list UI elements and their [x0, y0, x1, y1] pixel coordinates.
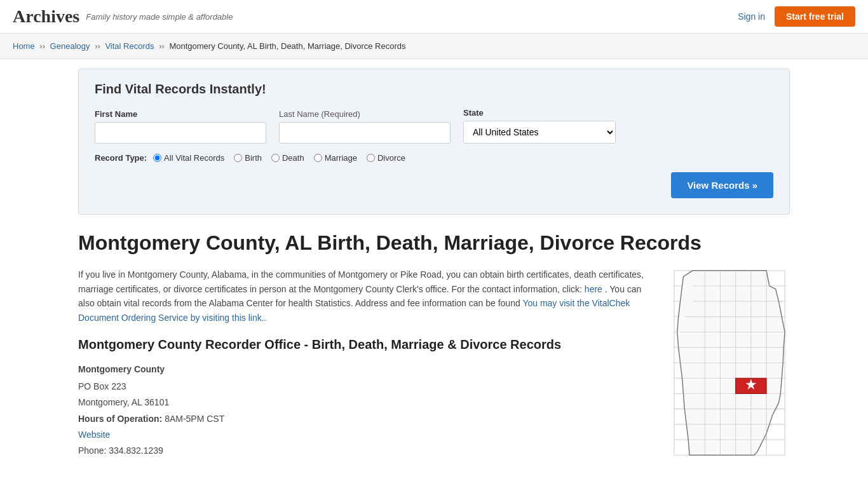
site-header: Archives Family history made simple & af…: [0, 0, 868, 34]
radio-divorce[interactable]: [367, 154, 375, 162]
record-type-birth[interactable]: Birth: [234, 153, 262, 163]
first-name-group: First Name: [95, 109, 266, 144]
header-left: Archives Family history made simple & af…: [13, 6, 233, 27]
main-content: Find Vital Records Instantly! First Name…: [65, 59, 803, 470]
breadcrumb-separator-3: ››: [159, 41, 165, 51]
site-logo: Archives: [13, 6, 79, 27]
site-tagline: Family history made simple & affordable: [86, 12, 233, 22]
breadcrumb-vital-records[interactable]: Vital Records: [105, 41, 154, 51]
address-block: Montgomery County PO Box 223 Montgomery,…: [78, 362, 650, 459]
last-name-input[interactable]: [279, 122, 451, 144]
record-type-row: Record Type: All Vital Records Birth Dea…: [95, 153, 773, 163]
breadcrumb-separator-2: ››: [95, 41, 100, 51]
radio-marriage[interactable]: [314, 154, 322, 162]
last-name-label: Last Name (Required): [279, 109, 451, 119]
state-select[interactable]: All United States Alabama Alaska Arizona…: [463, 121, 616, 144]
view-records-button[interactable]: View Records »: [671, 172, 773, 198]
section-title: Montgomery County Recorder Office - Birt…: [78, 337, 650, 352]
search-box: Find Vital Records Instantly! First Name…: [78, 69, 790, 215]
content-text: If you live in Montgomery County, Alabam…: [78, 268, 650, 460]
breadcrumb-genealogy[interactable]: Genealogy: [50, 41, 90, 51]
record-type-divorce[interactable]: Divorce: [367, 153, 405, 163]
state-group: State All United States Alabama Alaska A…: [463, 108, 616, 144]
record-type-label: Record Type:: [95, 153, 147, 163]
breadcrumb: Home ›› Genealogy ›› Vital Records ›› Mo…: [0, 34, 868, 59]
address-line2: Montgomery, AL 36101: [78, 397, 169, 407]
first-name-label: First Name: [95, 109, 266, 119]
radio-birth[interactable]: [234, 154, 242, 162]
map-container: [669, 268, 790, 460]
breadcrumb-separator-1: ››: [39, 41, 45, 51]
hours-line: Hours of Operation: 8AM-5PM CST: [78, 414, 224, 424]
search-fields: First Name Last Name (Required) State Al…: [95, 108, 773, 144]
alabama-map: [669, 268, 790, 458]
record-type-all-vital[interactable]: All Vital Records: [153, 153, 224, 163]
body-paragraph-1: If you live in Montgomery County, Alabam…: [78, 268, 650, 325]
header-right: Sign in Start free trial: [738, 6, 855, 27]
phone-line: Phone: 334.832.1239: [78, 445, 163, 456]
website-link[interactable]: Website: [78, 430, 110, 440]
page-title: Montgomery County, AL Birth, Death, Marr…: [78, 231, 790, 255]
here-link[interactable]: here: [585, 284, 602, 294]
address-line1: PO Box 223: [78, 381, 126, 391]
radio-death[interactable]: [271, 154, 280, 162]
last-name-group: Last Name (Required): [279, 109, 451, 144]
first-name-input[interactable]: [95, 122, 266, 144]
state-label: State: [463, 108, 616, 118]
search-actions: View Records »: [95, 172, 773, 198]
record-type-death[interactable]: Death: [271, 153, 304, 163]
record-type-marriage[interactable]: Marriage: [314, 153, 357, 163]
office-name: Montgomery County: [78, 362, 650, 377]
radio-all-vital[interactable]: [153, 154, 161, 162]
search-title: Find Vital Records Instantly!: [95, 82, 773, 97]
start-trial-button[interactable]: Start free trial: [775, 6, 855, 27]
content-area: If you live in Montgomery County, Alabam…: [78, 268, 790, 460]
sign-in-link[interactable]: Sign in: [738, 11, 765, 22]
breadcrumb-home[interactable]: Home: [13, 41, 35, 51]
breadcrumb-current: Montgomery County, AL Birth, Death, Marr…: [169, 41, 405, 51]
